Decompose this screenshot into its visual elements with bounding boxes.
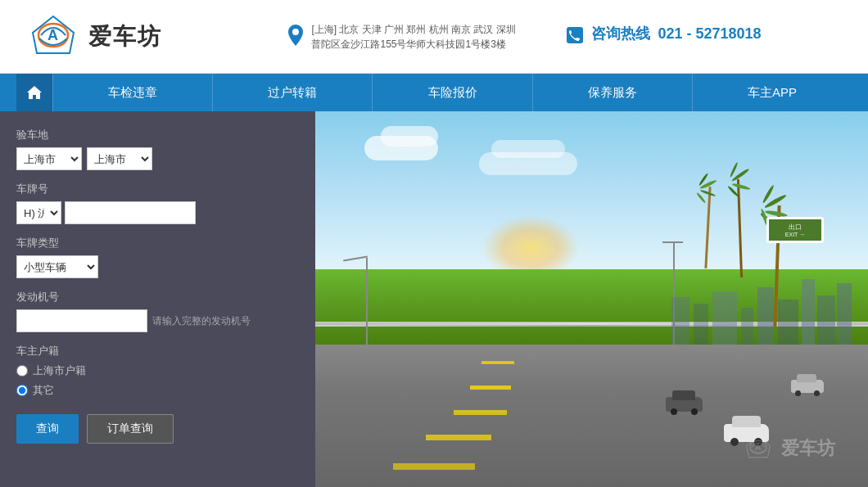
scene-panel: 出口 EXIT → A 爱 [315, 111, 868, 487]
phone-icon [565, 25, 585, 50]
lane-line-2 [470, 386, 511, 390]
nav-app[interactable]: 车主APP [692, 74, 852, 111]
street-light-1 [343, 258, 368, 348]
watermark-text: 爱车坊 [781, 436, 835, 461]
location-icon [287, 24, 305, 52]
hotline-number: 021 - 52718018 [658, 25, 761, 42]
form-panel: 验车地 上海市 北京市 广州市 上海市 普陀区 徐汇区 车牌号 H) 沪 京 粤… [0, 111, 315, 487]
plate-input-row: H) 沪 京 粤 [16, 201, 299, 224]
palm-tree-2 [734, 179, 747, 277]
vehicle-location-label: 验车地 [16, 128, 299, 142]
engine-row: 请输入完整的发动机号 [16, 309, 299, 332]
nav-maintenance[interactable]: 保养服务 [532, 74, 692, 111]
car-silver-1 [791, 380, 824, 393]
navigation: 车检违章 过户转籍 车险报价 保养服务 车主APP [0, 74, 868, 111]
radio-other[interactable]: 其它 [16, 383, 299, 398]
engine-input[interactable] [16, 309, 147, 332]
svg-text:A: A [47, 27, 58, 43]
cloud4 [491, 140, 565, 158]
district-select[interactable]: 上海市 普陀区 徐汇区 [87, 147, 152, 170]
cloud2 [381, 126, 438, 147]
button-row: 查询 订单查询 [16, 414, 299, 444]
owner-radio-group: 上海市户籍 其它 [16, 363, 299, 398]
city-row: 上海市 北京市 广州市 上海市 普陀区 徐汇区 [16, 147, 299, 170]
svg-point-3 [292, 29, 299, 35]
hotline-info: 咨询热线 021 - 52718018 [565, 24, 762, 50]
main-content: 验车地 上海市 北京市 广州市 上海市 普陀区 徐汇区 车牌号 H) 沪 京 粤… [0, 111, 868, 487]
nav-home-button[interactable] [16, 74, 52, 111]
lane-line-3 [454, 410, 507, 415]
lane-line-1 [481, 361, 513, 363]
hotline-text: 咨询热线 021 - 52718018 [591, 24, 762, 43]
header: A 爱车坊 [上海] 北京 天津 广州 郑州 杭州 南京 武汉 深圳 普陀区金沙… [0, 0, 868, 74]
radio-shanghai-label: 上海市户籍 [33, 363, 86, 378]
radio-shanghai-input[interactable] [16, 365, 28, 377]
radio-other-label: 其它 [33, 383, 54, 398]
car-dark-1 [666, 397, 703, 412]
logo-area: A 爱车坊 [25, 12, 205, 61]
road-surface [315, 345, 868, 487]
address-info: [上海] 北京 天津 广州 郑州 杭州 南京 武汉 深圳 普陀区金沙江路155号… [287, 22, 515, 52]
order-query-button[interactable]: 订单查询 [87, 414, 174, 444]
city-skyline [639, 271, 868, 345]
address-line1: [上海] 北京 天津 广州 郑州 杭州 南京 武汉 深圳 [311, 22, 515, 37]
radio-shanghai[interactable]: 上海市户籍 [16, 363, 299, 378]
nav-insurance[interactable]: 车险报价 [372, 74, 531, 111]
city-select[interactable]: 上海市 北京市 广州市 [16, 147, 82, 170]
svg-text:A: A [755, 443, 762, 452]
watermark: A 爱车坊 [742, 434, 835, 462]
owner-residence-label: 车主户籍 [16, 344, 299, 358]
svg-rect-4 [567, 27, 583, 43]
address-text: [上海] 北京 天津 广州 郑州 杭州 南京 武汉 深圳 普陀区金沙江路155号… [311, 22, 515, 52]
palm-tree-3 [702, 187, 713, 268]
lane-line-5 [393, 463, 475, 470]
road-sign: 出口 EXIT → [766, 217, 824, 243]
logo-text: 爱车坊 [88, 21, 162, 52]
plate-number-input[interactable] [65, 201, 196, 224]
engine-number-label: 发动机号 [16, 290, 299, 304]
engine-hint: 请输入完整的发动机号 [152, 314, 251, 328]
nav-transfer[interactable]: 过户转籍 [212, 74, 372, 111]
query-button[interactable]: 查询 [16, 414, 79, 444]
plate-type-row: 小型车辆 大型车辆 摩托车 [16, 255, 299, 278]
radio-other-input[interactable] [16, 385, 28, 396]
logo-icon: A [25, 12, 82, 61]
address-line2: 普陀区金沙江路155号华师大科技园1号楼3楼 [311, 37, 515, 52]
lane-line-4 [426, 435, 491, 440]
nav-vehicle-check[interactable]: 车检违章 [52, 74, 212, 111]
header-info: [上海] 北京 天津 广州 郑州 杭州 南京 武汉 深圳 普陀区金沙江路155号… [205, 22, 843, 52]
plate-number-label: 车牌号 [16, 182, 299, 196]
province-select[interactable]: H) 沪 京 粤 [16, 201, 61, 224]
hotline-label: 咨询热线 [591, 25, 650, 42]
plate-type-select[interactable]: 小型车辆 大型车辆 摩托车 [16, 255, 98, 278]
plate-type-label: 车牌类型 [16, 236, 299, 250]
